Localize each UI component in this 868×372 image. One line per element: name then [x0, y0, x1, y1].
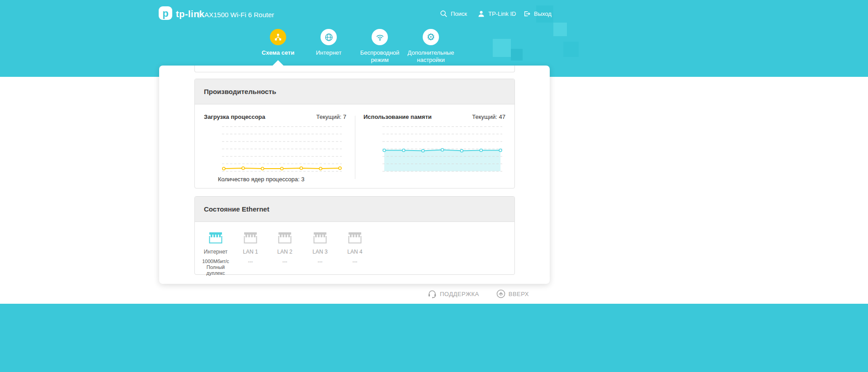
- ethernet-port-icon: [278, 232, 292, 244]
- previous-card-bottom-edge: [194, 66, 515, 72]
- logout-label: Выход: [534, 10, 552, 17]
- port-lan4-status: ---: [336, 259, 374, 264]
- performance-card: Производительность Загрузка процессора Т…: [194, 79, 515, 188]
- decor-square: [553, 23, 567, 36]
- ethernet-port-icon: [209, 232, 222, 244]
- tab-internet[interactable]: Интернет: [302, 29, 356, 57]
- arrow-up-circle-icon: [496, 289, 505, 298]
- memory-usage-chart: [382, 125, 502, 173]
- port-internet-status: 1000Мбит/с Полный дуплекс: [197, 259, 235, 277]
- main-content-panel: Производительность Загрузка процессора Т…: [159, 66, 550, 284]
- port-lan3-label: LAN 3: [301, 249, 339, 255]
- port-lan1-label: LAN 1: [231, 249, 269, 255]
- port-lan2-label: LAN 2: [266, 249, 304, 255]
- tab-wireless-label: Беспроводной режим: [353, 49, 407, 64]
- port-internet: Интернет 1000Мбит/с Полный дуплекс: [197, 232, 235, 277]
- port-lan3: LAN 3 ---: [301, 232, 339, 264]
- decor-square: [563, 42, 579, 57]
- person-icon: [477, 10, 485, 18]
- port-lan4-label: LAN 4: [336, 249, 374, 255]
- performance-card-body: Загрузка процессора Текущий: 7 Количеств…: [195, 104, 514, 188]
- port-lan4: LAN 4 ---: [336, 232, 374, 264]
- cpu-chart-title: Загрузка процессора: [204, 113, 265, 120]
- decor-square: [511, 49, 523, 61]
- port-lan2: LAN 2 ---: [266, 232, 304, 264]
- support-label: ПОДДЕРЖКА: [440, 291, 479, 297]
- performance-card-title: Производительность: [195, 79, 514, 104]
- ethernet-port-icon: [348, 232, 362, 244]
- ethernet-port-icon: [313, 232, 327, 244]
- search-button[interactable]: Поиск: [440, 10, 467, 18]
- cpu-current-value: Текущий: 7: [290, 113, 346, 120]
- support-button[interactable]: ПОДДЕРЖКА: [428, 289, 479, 298]
- ethernet-card-title: Состояние Ethernet: [195, 197, 514, 222]
- brand-wordmark: tp-link: [176, 9, 205, 19]
- wifi-icon: [372, 29, 388, 45]
- logout-button[interactable]: Выход: [523, 10, 552, 18]
- memory-current-value: Текущий: 47: [442, 113, 505, 120]
- globe-icon: [321, 29, 337, 45]
- port-internet-label: Интернет: [197, 249, 235, 255]
- search-icon: [440, 10, 448, 18]
- port-lan3-status: ---: [301, 259, 339, 264]
- gear-icon: ⚙: [423, 29, 439, 45]
- tab-wireless[interactable]: Беспроводной режим: [353, 29, 407, 64]
- network-map-icon: [270, 29, 286, 45]
- search-label: Поиск: [451, 10, 467, 17]
- port-lan1: LAN 1 ---: [231, 232, 269, 264]
- scroll-top-label: ВВЕРХ: [509, 291, 529, 297]
- decor-square: [493, 39, 511, 57]
- ethernet-port-icon: [244, 232, 257, 244]
- footer-background: [0, 304, 868, 372]
- tab-network-map-label: Схема сети: [251, 49, 305, 57]
- tplink-id-label: TP-Link ID: [488, 10, 516, 17]
- scroll-top-button[interactable]: ВВЕРХ: [496, 289, 529, 298]
- port-lan1-status: ---: [231, 259, 269, 264]
- router-admin-page: p tp-link | AX1500 Wi-Fi 6 Router Поиск …: [0, 0, 868, 372]
- logout-icon: [523, 10, 531, 18]
- cpu-load-chart: [222, 125, 342, 173]
- tab-advanced[interactable]: ⚙ Дополнительные настройки: [404, 29, 458, 64]
- memory-chart-title: Использование памяти: [363, 113, 432, 120]
- ethernet-status-card: Состояние Ethernet Интернет 1000Мбит/с П…: [194, 196, 515, 275]
- cpu-cores-label: Количество ядер процессора: 3: [218, 176, 304, 183]
- tplink-logo-icon: p: [158, 6, 173, 22]
- header-divider: |: [198, 10, 200, 18]
- port-lan2-status: ---: [266, 259, 304, 264]
- page-footer: ПОДДЕРЖКА ВВЕРХ: [159, 284, 550, 304]
- ethernet-card-body: Интернет 1000Мбит/с Полный дуплекс LAN 1…: [195, 222, 514, 275]
- svg-text:p: p: [162, 8, 168, 19]
- tplink-id-button[interactable]: TP-Link ID: [477, 10, 516, 18]
- headset-icon: [428, 289, 437, 298]
- tab-network-map[interactable]: Схема сети: [251, 29, 305, 57]
- tab-advanced-label: Дополнительные настройки: [404, 49, 458, 64]
- router-model-title: AX1500 Wi-Fi 6 Router: [204, 11, 274, 19]
- tab-internet-label: Интернет: [302, 49, 356, 57]
- chart-divider: [355, 116, 355, 179]
